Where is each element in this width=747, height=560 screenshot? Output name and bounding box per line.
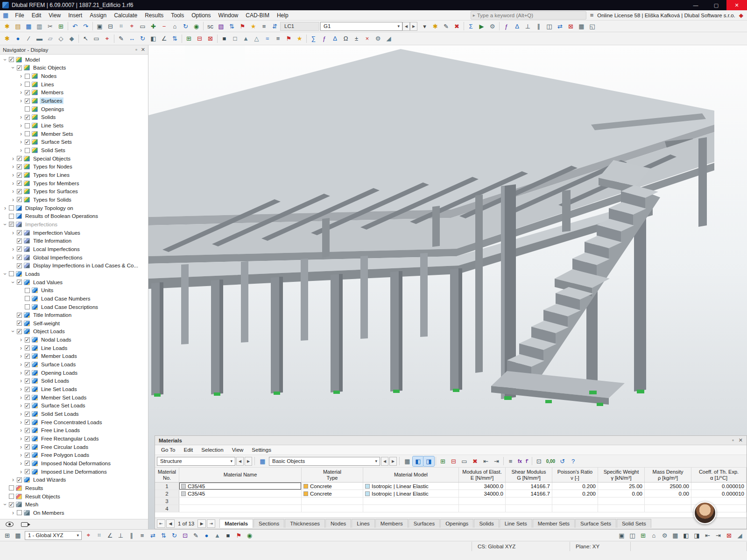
tab-surfaces[interactable]: Surfaces <box>409 519 440 528</box>
display-navigator-icon[interactable] <box>6 522 14 527</box>
add-view-icon[interactable]: ⊞ <box>638 531 648 540</box>
chevron-right-icon[interactable]: › <box>2 205 8 211</box>
table-cell[interactable] <box>552 497 598 504</box>
select-icon[interactable]: ↖ <box>80 34 91 43</box>
tree-item-types-for-surfaces[interactable]: ›Types for Surfaces <box>0 188 148 196</box>
new-structure-icon[interactable]: ✱ <box>2 34 13 43</box>
table-view-icon[interactable]: ▣ <box>94 21 105 31</box>
chevron-right-icon[interactable]: › <box>10 172 16 178</box>
chevron-right-icon[interactable]: › <box>10 188 16 195</box>
close-all-icon[interactable]: ⊠ <box>565 21 576 31</box>
checkbox[interactable] <box>9 494 14 499</box>
table-cell[interactable]: 0.00 <box>645 490 691 497</box>
scale-icon[interactable]: sc <box>205 21 216 31</box>
snap-icon[interactable]: ⌖ <box>127 21 137 31</box>
tree-item-line-set-loads[interactable]: ›Line Set Loads <box>0 385 148 393</box>
checkbox[interactable] <box>25 412 30 417</box>
checkbox[interactable] <box>25 345 30 350</box>
chevron-right-icon[interactable]: › <box>10 163 16 170</box>
sketch-icon[interactable]: ✎ <box>190 531 201 540</box>
endpoint-snap-icon[interactable]: ■ <box>223 531 233 540</box>
open-file-icon[interactable]: ▤ <box>13 21 23 31</box>
chevron-right-icon[interactable]: › <box>18 336 24 343</box>
checkbox[interactable] <box>17 238 22 244</box>
checkbox[interactable] <box>17 230 22 235</box>
parallel-icon[interactable]: ∥ <box>533 21 544 31</box>
materials-menu-view[interactable]: View <box>228 446 248 454</box>
close-panel-icon[interactable]: ✕ <box>141 47 145 53</box>
tree-item-free-concentrated-loads[interactable]: ›Free Concentrated Loads <box>0 418 148 427</box>
snap-icon[interactable]: ⌖ <box>83 531 94 540</box>
tree-item-load-case-numbers[interactable]: Load Case Numbers <box>0 294 148 303</box>
table-cell[interactable] <box>598 505 645 512</box>
tree-item-types-for-lines[interactable]: ›Types for Lines <box>0 171 148 179</box>
checkbox[interactable] <box>17 197 22 202</box>
marker-icon[interactable]: ⚑ <box>283 34 294 43</box>
checkbox[interactable] <box>25 461 30 466</box>
checkbox[interactable] <box>25 428 30 433</box>
checkbox[interactable] <box>25 140 30 145</box>
chevron-down-icon[interactable]: › <box>10 279 16 286</box>
materials-menu-selection[interactable]: Selection <box>197 446 227 454</box>
table-cell[interactable] <box>459 497 506 504</box>
column-header-material[interactable]: MaterialType <box>302 468 363 482</box>
refresh-icon[interactable]: ↺ <box>557 456 568 466</box>
guidelines-icon[interactable]: ≡ <box>137 531 148 540</box>
checkbox[interactable] <box>17 263 22 268</box>
checkbox[interactable] <box>25 74 30 79</box>
tree-item-result-objects[interactable]: Result Objects <box>0 492 148 501</box>
function-icon[interactable]: ƒ <box>319 34 330 43</box>
tree-item-opening-loads[interactable]: ›Opening Loads <box>0 369 148 377</box>
align-icon[interactable]: ⇅ <box>169 34 180 43</box>
table-cell[interactable]: 0.000010 <box>691 483 747 490</box>
tree-item-solids[interactable]: ›Solids <box>0 113 148 122</box>
tree-item-results[interactable]: Results <box>0 484 148 492</box>
checkbox[interactable] <box>17 255 22 260</box>
column-header-coeff-of-th-exp[interactable]: Coeff. of Th. Exp.α [1/°C] <box>691 468 747 482</box>
mirror-icon[interactable]: ◧ <box>148 34 159 43</box>
prev-page-button[interactable]: ◀ <box>166 519 175 528</box>
tree-item-results-of-boolean-operations[interactable]: Results of Boolean Operations <box>0 212 148 220</box>
chevron-down-icon[interactable]: › <box>2 56 8 63</box>
chevron-down-icon[interactable]: › <box>10 328 16 335</box>
tree-item-members[interactable]: ›Members <box>0 89 148 97</box>
maximize-button[interactable]: ▢ <box>706 0 726 10</box>
chevron-right-icon[interactable]: › <box>10 180 16 187</box>
table-cell[interactable]: 0.200 <box>552 483 598 490</box>
checkbox[interactable] <box>9 485 14 490</box>
tab-member-sets[interactable]: Member Sets <box>533 519 575 528</box>
checkbox[interactable] <box>17 156 22 161</box>
print-icon[interactable]: ▥ <box>34 21 45 31</box>
tree-item-title-information[interactable]: Title Information <box>0 311 148 319</box>
chevron-right-icon[interactable]: › <box>18 378 24 384</box>
tree-item-line-loads[interactable]: ›Line Loads <box>0 344 148 352</box>
chevron-right-icon[interactable]: › <box>10 246 16 252</box>
workplane-table-icon[interactable]: ▦ <box>13 531 23 540</box>
calculate-icon[interactable]: ▶ <box>476 21 487 31</box>
tree-item-imposed-nodal-deformations[interactable]: ›Imposed Nodal Deformations <box>0 459 148 468</box>
checkbox[interactable] <box>25 444 30 449</box>
chevron-right-icon[interactable]: › <box>18 89 24 96</box>
tab-openings[interactable]: Openings <box>440 519 473 528</box>
layers-icon[interactable]: ≡ <box>273 34 283 43</box>
checkbox[interactable] <box>25 362 30 367</box>
table-cell[interactable]: 34000.0 <box>459 490 506 497</box>
edit-load-case-icon[interactable]: ✎ <box>441 21 451 31</box>
tree-item-free-circular-loads[interactable]: ›Free Circular Loads <box>0 443 148 451</box>
float-panel-icon[interactable]: ▫ <box>135 47 137 53</box>
first-page-button[interactable]: ⇤ <box>157 519 165 528</box>
chevron-down-icon[interactable]: › <box>2 271 8 277</box>
table-cell[interactable]: 14166.7 <box>506 483 552 490</box>
solid-display-icon[interactable]: ■ <box>219 34 230 43</box>
home-view-icon[interactable]: ⌂ <box>169 21 180 31</box>
row-list-icon[interactable]: ≡ <box>505 456 516 466</box>
chevron-right-icon[interactable]: › <box>18 394 24 401</box>
tree-item-member-loads[interactable]: ›Member Loads <box>0 352 148 361</box>
split-view-icon[interactable]: ◫ <box>627 531 638 540</box>
tree-item-types-for-solids[interactable]: ›Types for Solids <box>0 196 148 204</box>
plus-minus-icon[interactable]: ± <box>351 34 362 43</box>
chevron-right-icon[interactable]: › <box>10 230 16 236</box>
close-button[interactable]: ✕ <box>726 0 747 10</box>
angle-snap-icon[interactable]: ∠ <box>105 531 115 540</box>
rotate-view-icon[interactable]: ↻ <box>180 21 191 31</box>
